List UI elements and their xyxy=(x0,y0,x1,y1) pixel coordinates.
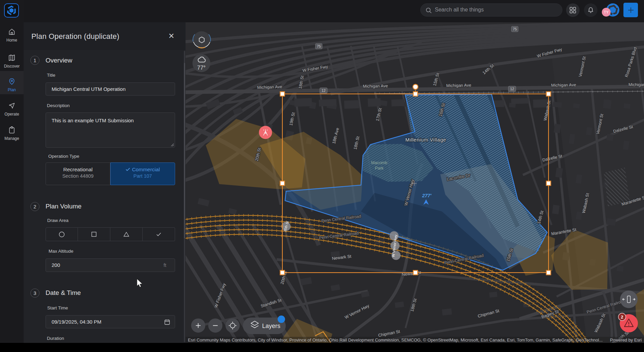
svg-text:Park: Park xyxy=(375,166,384,171)
svg-text:Michigan: Michigan xyxy=(628,82,644,87)
svg-text:Michigan Ave: Michigan Ave xyxy=(363,83,388,89)
svg-text:Esri Community Maps Contributo: Esri Community Maps Contributors, City o… xyxy=(188,337,603,343)
svg-text:12: 12 xyxy=(321,89,326,93)
svg-text:277': 277' xyxy=(422,193,431,198)
svg-text:2: 2 xyxy=(621,315,623,320)
svg-text:12: 12 xyxy=(510,87,514,91)
svg-text:75: 75 xyxy=(317,44,321,48)
svg-text:Michigan Ave: Michigan Ave xyxy=(551,82,576,87)
svg-text:75: 75 xyxy=(513,27,517,31)
svg-text:Powered by Esri: Powered by Esri xyxy=(610,337,642,343)
svg-text:77°: 77° xyxy=(197,65,206,71)
svg-text:Millenium Village: Millenium Village xyxy=(405,137,446,143)
svg-text:Macomb: Macomb xyxy=(371,160,387,165)
svg-text:Michigan Ave: Michigan Ave xyxy=(446,83,471,88)
svg-text:Michigan Ave: Michigan Ave xyxy=(257,84,282,90)
svg-text:Layers: Layers xyxy=(262,323,280,329)
